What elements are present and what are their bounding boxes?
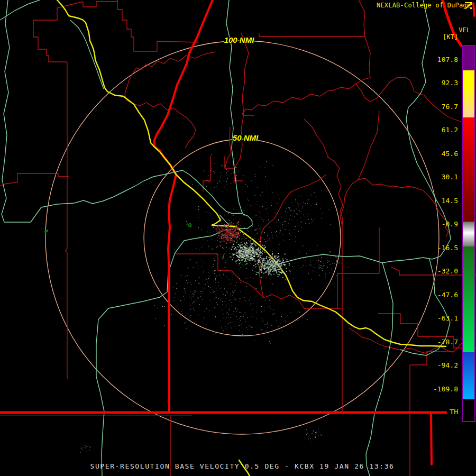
velocity-echo-pixel	[312, 271, 313, 271]
velocity-echo-pixel	[209, 253, 209, 254]
velocity-echo-pixel	[327, 267, 328, 268]
velocity-echo-pixel	[306, 433, 306, 433]
velocity-echo-pixel	[168, 301, 169, 301]
velocity-echo-pixel	[167, 283, 168, 284]
velocity-echo-pixel	[256, 288, 257, 289]
velocity-echo-pixel	[236, 242, 237, 243]
velocity-echo-pixel	[162, 292, 162, 293]
velocity-echo-pixel	[258, 266, 259, 266]
velocity-echo-pixel	[281, 271, 282, 272]
velocity-echo-pixel	[261, 268, 262, 269]
velocity-echo-pixel	[258, 254, 259, 255]
velocity-echo-pixel	[260, 277, 261, 278]
velocity-echo-pixel	[217, 240, 218, 241]
velocity-echo-pixel	[251, 251, 252, 252]
velocity-echo-pixel	[200, 296, 200, 297]
velocity-echo-pixel	[224, 224, 225, 225]
velocity-echo-pixel	[272, 253, 273, 254]
range-ring-label-100nmi: 100 NMI	[214, 35, 264, 44]
velocity-echo-pixel	[208, 278, 209, 279]
velocity-echo-pixel	[221, 241, 222, 242]
velocity-echo-pixel	[198, 206, 199, 207]
velocity-echo-pixel	[223, 255, 224, 255]
velocity-echo-pixel	[257, 257, 258, 258]
velocity-echo-pixel	[235, 299, 235, 300]
velocity-echo-pixel	[294, 230, 295, 230]
velocity-echo-pixel	[225, 167, 226, 167]
velocity-echo-pixel	[215, 271, 215, 272]
velocity-echo-pixel	[215, 280, 215, 281]
velocity-echo-pixel	[265, 262, 266, 263]
velocity-echo-pixel	[297, 220, 297, 221]
velocity-echo-pixel	[193, 304, 193, 304]
velocity-echo-pixel	[272, 260, 272, 261]
velocity-echo-pixel	[199, 186, 199, 186]
velocity-echo-pixel	[239, 231, 240, 232]
velocity-echo-pixel	[175, 294, 176, 294]
river-lines-layer	[0, 0, 451, 476]
velocity-echo-pixel	[259, 250, 260, 251]
velocity-echo-pixel	[187, 296, 187, 296]
velocity-echo-pixel	[216, 276, 217, 276]
velocity-echo-pixel	[246, 286, 246, 287]
velocity-echo-pixel	[235, 227, 235, 228]
velocity-echo-pixel	[83, 447, 83, 447]
velocity-echo-pixel	[222, 176, 222, 176]
velocity-echo-pixel	[236, 238, 237, 239]
velocity-echo-pixel	[281, 266, 282, 267]
velocity-echo-pixel	[263, 228, 263, 228]
velocity-echo-pixel	[221, 237, 222, 239]
velocity-echo-pixel	[263, 273, 264, 274]
velocity-echo-pixel	[296, 199, 296, 199]
velocity-echo-pixel	[282, 327, 282, 327]
velocity-echo-pixel	[274, 313, 275, 314]
velocity-echo-pixel	[286, 208, 287, 209]
velocity-echo-pixel	[236, 255, 237, 256]
velocity-echo-pixel	[206, 308, 207, 309]
velocity-echo-pixel	[219, 220, 219, 221]
velocity-echo-pixel	[210, 232, 210, 233]
velocity-echo-pixel	[231, 227, 232, 228]
velocity-echo-pixel	[213, 259, 214, 259]
velocity-echo-pixel	[226, 270, 227, 270]
velocity-echo-pixel	[295, 236, 296, 237]
velocity-echo-pixel	[175, 297, 175, 298]
velocity-echo-pixel	[245, 240, 245, 240]
velocity-echo-pixel	[312, 260, 313, 260]
velocity-echo-pixel	[226, 243, 226, 244]
velocity-echo-pixel	[272, 261, 273, 262]
velocity-echo-pixel	[87, 446, 87, 447]
velocity-echo-pixel	[237, 230, 238, 230]
velocity-echo-pixel	[278, 220, 279, 221]
velocity-echo-pixel	[316, 204, 317, 205]
velocity-echo-pixel	[189, 303, 189, 304]
velocity-echo-pixel	[255, 253, 256, 254]
velocity-echo-pixel	[279, 274, 280, 275]
velocity-echo-pixel	[217, 230, 218, 231]
velocity-echo-pixel	[198, 298, 198, 299]
velocity-echo-pixel	[237, 319, 238, 319]
velocity-echo-pixel	[308, 273, 309, 274]
velocity-echo-pixel	[154, 305, 155, 306]
velocity-echo-pixel	[260, 248, 261, 249]
velocity-echo-pixel	[324, 265, 325, 266]
velocity-echo-pixel	[223, 314, 223, 315]
velocity-echo-pixel	[324, 263, 324, 263]
velocity-echo-pixel	[219, 238, 221, 239]
velocity-echo-pixel	[221, 236, 221, 237]
velocity-echo-pixel	[235, 229, 236, 230]
velocity-echo-pixel	[316, 260, 317, 260]
velocity-echo-pixel	[230, 232, 231, 233]
velocity-echo-pixel	[242, 249, 243, 250]
velocity-echo-pixel	[289, 295, 289, 296]
velocity-echo-pixel	[255, 267, 255, 268]
velocity-echo-pixel	[229, 220, 230, 221]
velocity-echo-pixel	[228, 213, 229, 214]
velocity-echo-pixel	[240, 230, 240, 230]
velocity-echo-pixel	[260, 227, 261, 228]
velocity-echo-pixel	[229, 300, 230, 301]
velocity-echo-pixel	[231, 224, 232, 225]
velocity-echo-pixel	[286, 258, 286, 259]
velocity-echo-pixel	[215, 270, 216, 271]
velocity-echo-pixel	[232, 279, 232, 280]
